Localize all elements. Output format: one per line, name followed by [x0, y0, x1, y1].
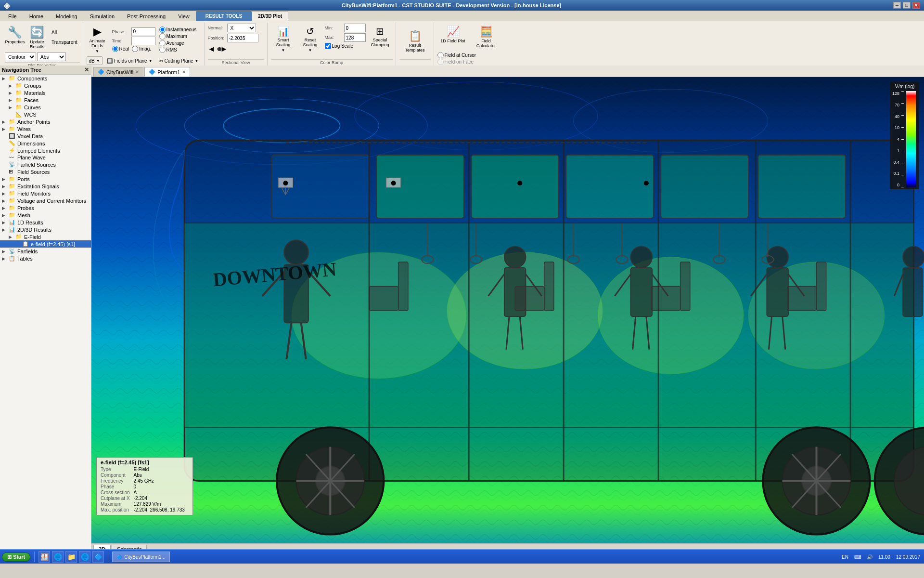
nav-tree-item-materials[interactable]: ▶📁Materials [0, 89, 91, 96]
doc-tab-citybus[interactable]: 🔷 CityBusWifi ✕ [93, 67, 143, 77]
pos-decrease[interactable]: ◄ [208, 45, 216, 53]
start-button[interactable]: ⊞ Start [2, 552, 30, 562]
svg-rect-49 [544, 262, 554, 311]
chrome-btn[interactable]: 🌐 [79, 551, 90, 563]
tab-file[interactable]: File [2, 11, 23, 21]
doc-tab-platform1-close[interactable]: ✕ [182, 69, 186, 75]
transparent-button[interactable]: Transparent [49, 38, 80, 47]
nav-tree-item-plane-wave[interactable]: 〰Plane Wave [0, 154, 91, 161]
tray-volume[interactable]: 🔊 [865, 554, 874, 560]
nav-tree-items: ▶📁Components▶📁Groups▶📁Materials▶📁Faces▶📁… [0, 75, 91, 262]
nav-tree-item-ports[interactable]: ▶📁Ports [0, 175, 91, 183]
nav-tree-item-faces[interactable]: ▶📁Faces [0, 96, 91, 104]
nav-tree-item-lumped-elements[interactable]: ⚡Lumped Elements [0, 147, 91, 154]
ie-btn[interactable]: 🌐 [52, 551, 64, 563]
maximum-check[interactable]: Maximum [159, 33, 197, 39]
frequency-value: 2.45 GHz [134, 478, 189, 484]
tab-home[interactable]: Home [23, 11, 50, 21]
color-scale: V/m (log) 128 70 40 10 4 1 0.4 0.1 0 [890, 82, 919, 189]
doc-tab-citybus-close[interactable]: ✕ [135, 69, 139, 75]
nav-tree-item-wires[interactable]: ▶📁Wires [0, 125, 91, 132]
nav-tree-item-wcs[interactable]: 📐WCS [0, 111, 91, 118]
tree-label: Groups [24, 83, 41, 89]
nav-tree-item-1d-results[interactable]: ▶📊1D Results [0, 219, 91, 226]
tree-icon: 📁 [9, 183, 15, 189]
all-button[interactable]: All [49, 28, 80, 37]
min-input[interactable] [344, 24, 366, 32]
nav-tree-item-2d/3d-results[interactable]: ▶📊2D/3D Results [0, 226, 91, 233]
doc-tab-platform1[interactable]: 🔷 Platform1 ✕ [144, 67, 190, 77]
nav-tree-item-voxel-data[interactable]: 🔲Voxel Data [0, 132, 91, 140]
nav-tree-item-farfield-sources[interactable]: 📡Farfield Sources [0, 161, 91, 168]
nav-tree-item-field-monitors[interactable]: ▶📁Field Monitors [0, 190, 91, 197]
windows-taskbar[interactable]: ⊞ Start 🪟 🌐 📁 🌐 🔷 🔷 CityBusPlatform1... … [0, 549, 924, 564]
title-bar-icons: ◈ [4, 1, 10, 10]
cst-task-button[interactable]: 🔷 CityBusPlatform1... [112, 552, 170, 562]
tree-label: Voltage and Current Monitors [17, 198, 86, 204]
nav-tree-item-groups[interactable]: ▶📁Groups [0, 82, 91, 89]
contour-dropdown[interactable]: Contour [5, 53, 36, 61]
abs-dropdown[interactable]: Abs [37, 53, 66, 61]
nav-tree-item-components[interactable]: ▶📁Components [0, 75, 91, 82]
tree-icon: 📁 [9, 75, 15, 81]
average-check[interactable]: Average [159, 40, 197, 46]
explorer-btn[interactable]: 📁 [65, 551, 77, 563]
nav-tree-item-tables[interactable]: ▶📋Tables [0, 255, 91, 262]
special-clamping-button[interactable]: ⊞ Special Clamping [368, 24, 393, 49]
minimize-button[interactable]: ─ [893, 2, 901, 9]
imag-check[interactable]: Imag. [132, 46, 151, 52]
phase-row: Phase: [112, 27, 155, 36]
window-controls[interactable]: ─ □ ✕ [893, 2, 920, 9]
rms-check[interactable]: RMS [159, 47, 197, 53]
tree-label: Dimensions [17, 141, 45, 146]
normal-dropdown[interactable]: XYZ [227, 24, 256, 32]
maximize-button[interactable]: □ [903, 2, 911, 9]
nav-tree-item-anchor-points[interactable]: ▶📁Anchor Points [0, 118, 91, 125]
reset-scaling-button[interactable]: ↺ Reset Scaling ▼ [298, 24, 323, 54]
real-check[interactable]: Real [112, 46, 129, 52]
tab-view[interactable]: View [172, 11, 196, 21]
nav-tree-item-field-sources[interactable]: ⊞Field Sources [0, 168, 91, 175]
main-viewport[interactable]: DOWNTOWN [91, 77, 924, 554]
nav-tree-item-dimensions[interactable]: 📏Dimensions [0, 140, 91, 147]
field-on-face-radio[interactable]: Field on Face [437, 59, 476, 65]
nav-tree-item-e-field[interactable]: ▶📁E-Field [0, 233, 91, 240]
field-calculator-button[interactable]: 🧮 Field Calculator [471, 24, 502, 50]
update-results-button[interactable]: 🔄 Update Results [27, 24, 47, 51]
nav-tree-item-voltage-and-current-monitors[interactable]: ▶📁Voltage and Current Monitors [0, 197, 91, 204]
max-input[interactable] [344, 33, 366, 42]
tab-2d3d-plot[interactable]: 2D/3D Plot [252, 11, 288, 21]
smart-scaling-button[interactable]: 📊 Smart Scaling ▼ [271, 24, 296, 54]
animate-fields-button[interactable]: ▶ Animate Fields ▼ [87, 24, 108, 55]
close-button[interactable]: ✕ [912, 2, 920, 9]
nav-tree-item-farfields[interactable]: ▶📡Farfields [0, 248, 91, 255]
time-input[interactable] [131, 37, 155, 45]
properties-button[interactable]: 🔧 Properties [5, 24, 25, 51]
nav-tree-item-probes[interactable]: ▶📁Probes [0, 204, 91, 211]
tab-modeling[interactable]: Modeling [50, 11, 84, 21]
result-templates-button[interactable]: 📋 Result Templates [399, 28, 431, 54]
svg-point-98 [517, 181, 522, 185]
nav-tree-item-e-field-(f=2.45)-[s1][interactable]: 📋e-field (f=2.45) [s1] [0, 240, 91, 248]
show-desktop-btn[interactable]: 🪟 [38, 551, 50, 563]
tab-simulation[interactable]: Simulation [84, 11, 121, 21]
nav-tree-item-curves[interactable]: ▶📁Curves [0, 104, 91, 111]
position-input[interactable] [227, 34, 258, 42]
tree-icon: 📁 [9, 176, 15, 182]
1d-field-plot-button[interactable]: 📈 1D Field Plot [437, 24, 469, 50]
smart-scaling-label: Smart Scaling [274, 38, 293, 47]
maximum-key: Maximum [101, 501, 134, 507]
instantaneous-check[interactable]: Instantaneous [159, 26, 197, 33]
tab-post-processing[interactable]: Post-Processing [121, 11, 172, 21]
nav-panel-close[interactable]: ✕ [84, 66, 89, 73]
field-at-cursor-radio[interactable]: Field at Cursor [437, 52, 476, 58]
nav-tree-item-mesh[interactable]: ▶📁Mesh [0, 211, 91, 219]
db-button[interactable]: dB ▼ [87, 56, 103, 65]
fields-on-plane-button[interactable]: 🔲 Fields on Plane ▼ [104, 56, 155, 65]
expand-icon: ▶ [2, 119, 9, 124]
phase-input[interactable] [131, 27, 155, 36]
nav-tree-item-excitation-signals[interactable]: ▶📁Excitation Signals [0, 183, 91, 190]
log-scale-check[interactable]: Log Scale [325, 43, 366, 49]
cutting-plane-button[interactable]: ✂ Cutting Plane ▼ [157, 56, 201, 65]
cst-ql-btn[interactable]: 🔷 [92, 551, 104, 563]
